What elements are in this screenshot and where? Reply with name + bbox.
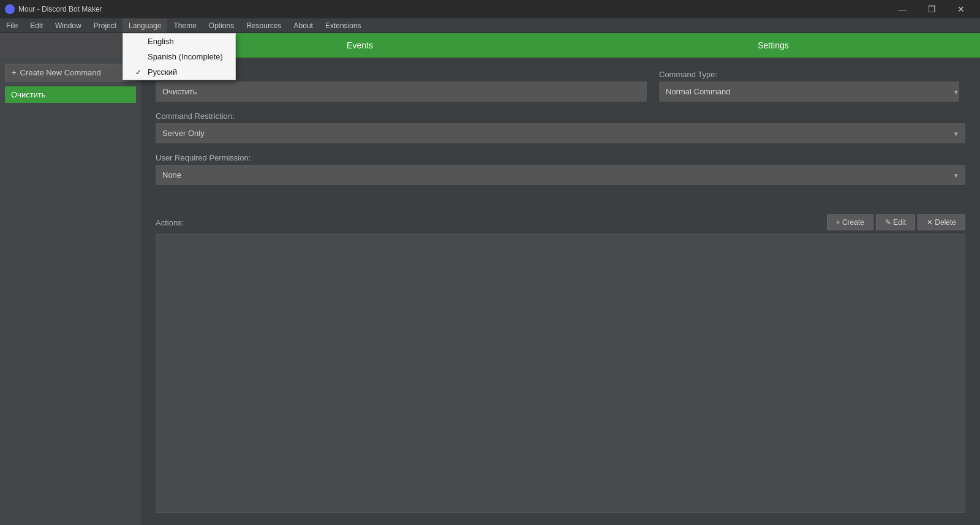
menu-extensions[interactable]: Extensions bbox=[319, 18, 368, 32]
command-restriction-select[interactable]: Server Only DM Only Both bbox=[156, 123, 965, 143]
window-controls: — ❐ ✕ bbox=[888, 0, 975, 18]
menu-project[interactable]: Project bbox=[88, 18, 123, 32]
spanish-checkmark bbox=[135, 53, 144, 61]
actions-list-area bbox=[156, 234, 965, 513]
create-action-button[interactable]: + Create bbox=[827, 214, 873, 230]
create-command-button[interactable]: + Create New Command bbox=[5, 64, 136, 81]
spacer bbox=[156, 195, 965, 205]
language-spanish[interactable]: Spanish (Incomplete) bbox=[123, 49, 235, 64]
title-bar: Mour - Discord Bot Maker — ❐ ✕ bbox=[0, 0, 980, 18]
actions-buttons: + Create ✎ Edit ✕ Delete bbox=[827, 214, 965, 230]
form-row-1: Command Name: Command Type: Normal Comma… bbox=[156, 70, 965, 102]
menu-bar: File Edit Window Project Language Englis… bbox=[0, 18, 980, 33]
main-panel: Command Name: Command Type: Normal Comma… bbox=[141, 58, 980, 525]
actions-label: Actions: bbox=[156, 218, 184, 227]
menu-edit[interactable]: Edit bbox=[24, 18, 49, 32]
actions-section: Actions: + Create ✎ Edit ✕ Delete bbox=[156, 214, 965, 513]
command-restriction-label: Command Restriction: bbox=[156, 111, 965, 121]
edit-action-button[interactable]: ✎ Edit bbox=[876, 214, 915, 230]
menu-resources[interactable]: Resources bbox=[240, 18, 287, 32]
content-area: + Create New Command Очистить Command Na… bbox=[0, 58, 980, 525]
title-bar-left: Mour - Discord Bot Maker bbox=[5, 4, 102, 14]
user-permission-group: User Required Permission: None Administr… bbox=[156, 153, 965, 185]
menu-options[interactable]: Options bbox=[203, 18, 240, 32]
user-permission-select[interactable]: None Administrator Manage Messages Kick … bbox=[156, 165, 965, 185]
menu-about[interactable]: About bbox=[288, 18, 319, 32]
maximize-button[interactable]: ❐ bbox=[918, 0, 946, 18]
menu-theme[interactable]: Theme bbox=[167, 18, 202, 32]
command-type-group: Command Type: Normal Command Slash Comma… bbox=[659, 70, 965, 102]
language-dropdown: English Spanish (Incomplete) ✓ Русский bbox=[123, 33, 236, 80]
command-name-input[interactable] bbox=[156, 81, 647, 102]
close-button[interactable]: ✕ bbox=[947, 0, 975, 18]
app-body: Events Settings + Create New Command Очи… bbox=[0, 33, 980, 525]
create-command-label: Create New Command bbox=[20, 68, 101, 77]
app-icon bbox=[5, 4, 15, 14]
delete-action-button[interactable]: ✕ Delete bbox=[918, 214, 965, 230]
russian-checkmark: ✓ bbox=[135, 68, 144, 77]
language-russian[interactable]: ✓ Русский bbox=[123, 64, 235, 80]
command-type-select[interactable]: Normal Command Slash Command Alias Comma… bbox=[659, 81, 959, 102]
minimize-button[interactable]: — bbox=[888, 0, 916, 18]
sidebar-command-ochishit[interactable]: Очистить bbox=[5, 86, 136, 103]
language-english[interactable]: English bbox=[123, 34, 235, 49]
user-permission-label: User Required Permission: bbox=[156, 153, 965, 162]
menu-window[interactable]: Window bbox=[49, 18, 88, 32]
command-type-label: Command Type: bbox=[659, 70, 965, 79]
plus-icon: + bbox=[12, 68, 17, 77]
user-permission-select-wrapper: None Administrator Manage Messages Kick … bbox=[156, 165, 965, 185]
command-type-select-wrapper: Normal Command Slash Command Alias Comma… bbox=[659, 81, 965, 102]
command-restriction-group: Command Restriction: Server Only DM Only… bbox=[156, 111, 965, 143]
tab-settings[interactable]: Settings bbox=[567, 33, 980, 58]
english-checkmark bbox=[135, 37, 144, 46]
command-restriction-select-wrapper: Server Only DM Only Both bbox=[156, 123, 965, 143]
sidebar: + Create New Command Очистить bbox=[0, 58, 141, 525]
menu-language[interactable]: Language English Spanish (Incomplete) ✓ … bbox=[123, 18, 167, 32]
menu-file[interactable]: File bbox=[0, 18, 24, 32]
app-title: Mour - Discord Bot Maker bbox=[18, 5, 102, 13]
actions-header: Actions: + Create ✎ Edit ✕ Delete bbox=[156, 214, 965, 230]
